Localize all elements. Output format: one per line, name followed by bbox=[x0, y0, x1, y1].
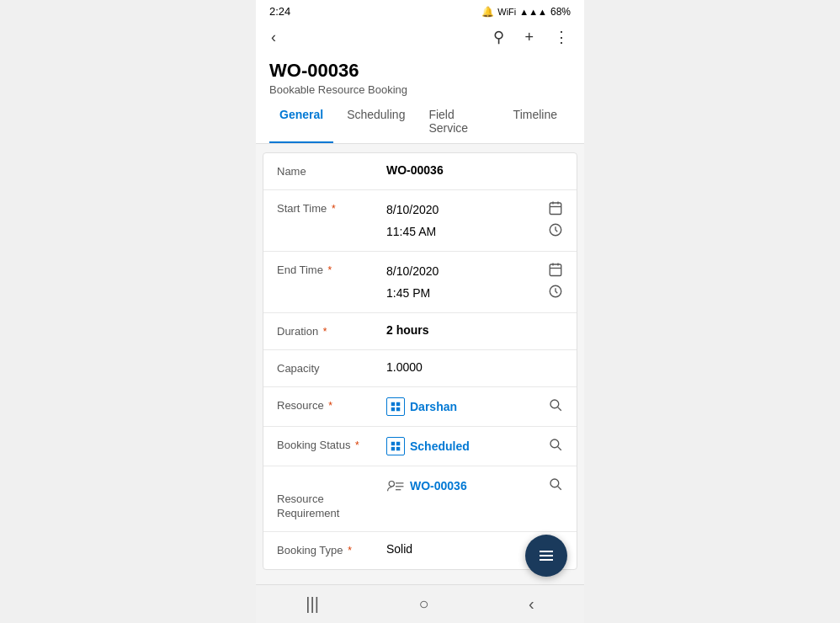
booking-type-required: * bbox=[348, 545, 352, 556]
signal-icon: ▲▲▲ bbox=[519, 7, 547, 17]
time-display: 2:24 bbox=[269, 5, 290, 18]
booking-status-label: Booking Status * bbox=[277, 437, 386, 453]
tab-field-service[interactable]: Field Service bbox=[418, 101, 499, 143]
end-time-value: 1:45 PM bbox=[386, 286, 430, 300]
resource-req-value[interactable]: WO-00036 bbox=[410, 479, 467, 493]
resource-req-entity-icon bbox=[386, 477, 405, 495]
bottom-nav-home-icon[interactable]: ○ bbox=[401, 588, 445, 620]
form-content: Name WO-00036 Start Time * 8/10/2020 bbox=[256, 144, 584, 584]
svg-rect-10 bbox=[391, 402, 395, 406]
resource-required: * bbox=[328, 400, 332, 412]
fab-button[interactable] bbox=[525, 535, 567, 577]
wifi-icon: WiFi bbox=[497, 7, 516, 17]
resource-req-value-inner: WO-00036 bbox=[386, 477, 467, 495]
resource-field-row: Resource * Darshan bbox=[263, 387, 577, 427]
resource-value-wrapper: Darshan bbox=[386, 397, 563, 416]
nav-actions: ⚲ + ⋮ bbox=[490, 24, 572, 50]
booking-type-label: Booking Type * bbox=[277, 542, 386, 558]
end-time-label: End Time * bbox=[277, 262, 386, 278]
duration-value: 2 hours bbox=[386, 323, 563, 337]
svg-rect-12 bbox=[391, 407, 395, 411]
resource-req-label: Resource Requirement bbox=[277, 477, 386, 521]
booking-status-entity-icon bbox=[386, 437, 405, 455]
resource-value-inner: Darshan bbox=[386, 397, 457, 416]
name-label: Name bbox=[277, 163, 386, 179]
end-date-row: 8/10/2020 bbox=[386, 262, 563, 280]
start-date-row: 8/10/2020 bbox=[386, 200, 563, 219]
svg-rect-16 bbox=[391, 442, 395, 445]
form-card: Name WO-00036 Start Time * 8/10/2020 bbox=[263, 152, 577, 570]
resource-req-field-row: Resource Requirement bbox=[263, 466, 577, 532]
svg-line-15 bbox=[558, 407, 561, 411]
record-title: WO-00036 bbox=[269, 60, 571, 82]
end-time-row: 1:45 PM bbox=[386, 284, 563, 302]
search-button[interactable]: ⚲ bbox=[490, 24, 508, 50]
tab-scheduling[interactable]: Scheduling bbox=[337, 101, 415, 143]
end-date-calendar-icon[interactable] bbox=[548, 262, 563, 280]
resource-value[interactable]: Darshan bbox=[410, 400, 457, 413]
back-button[interactable]: ‹ bbox=[268, 25, 279, 50]
status-bar: 2:24 🔔 WiFi ▲▲▲ 68% bbox=[256, 0, 584, 21]
start-time-clock-icon[interactable] bbox=[548, 222, 563, 241]
svg-line-21 bbox=[558, 447, 561, 450]
tabs-container: General Scheduling Field Service Timelin… bbox=[256, 101, 584, 144]
more-button[interactable]: ⋮ bbox=[550, 24, 572, 50]
svg-point-20 bbox=[550, 439, 559, 448]
resource-search-icon[interactable] bbox=[548, 397, 563, 416]
start-time-field-row: Start Time * 8/10/2020 bbox=[263, 190, 577, 252]
end-time-clock-icon[interactable] bbox=[548, 284, 563, 302]
name-value: WO-00036 bbox=[386, 163, 563, 177]
resource-entity-icon bbox=[386, 397, 405, 416]
start-time-row: 11:45 AM bbox=[386, 222, 563, 241]
top-nav: ‹ ⚲ + ⋮ bbox=[256, 21, 584, 56]
capacity-field-row: Capacity 1.0000 bbox=[263, 350, 577, 387]
alarm-icon: 🔔 bbox=[481, 6, 494, 18]
svg-rect-18 bbox=[391, 447, 395, 450]
record-subtitle: Bookable Resource Booking bbox=[269, 83, 571, 96]
booking-status-required: * bbox=[355, 439, 359, 451]
capacity-label: Capacity bbox=[277, 360, 386, 376]
start-date-calendar-icon[interactable] bbox=[548, 200, 563, 219]
battery-display: 68% bbox=[550, 6, 571, 18]
svg-rect-19 bbox=[396, 447, 400, 450]
end-time-required: * bbox=[328, 264, 332, 276]
duration-required: * bbox=[323, 326, 327, 338]
resource-req-search-icon[interactable] bbox=[548, 477, 563, 495]
booking-status-value-inner: Scheduled bbox=[386, 437, 470, 455]
start-date-value: 8/10/2020 bbox=[386, 203, 439, 216]
end-time-field-row: End Time * 8/10/2020 bbox=[263, 252, 577, 313]
start-time-values: 8/10/2020 11:45 AM bbox=[386, 200, 563, 241]
svg-rect-5 bbox=[550, 264, 561, 276]
start-time-value: 11:45 AM bbox=[386, 225, 436, 238]
bottom-nav-menu-icon[interactable]: ||| bbox=[289, 588, 336, 620]
start-time-label: Start Time * bbox=[277, 200, 386, 216]
title-section: WO-00036 Bookable Resource Booking bbox=[256, 56, 584, 96]
phone-frame: 2:24 🔔 WiFi ▲▲▲ 68% ‹ ⚲ + ⋮ WO-00036 Boo… bbox=[256, 0, 584, 623]
name-field-row: Name WO-00036 bbox=[263, 153, 577, 190]
end-time-values: 8/10/2020 1:45 PM bbox=[386, 262, 563, 302]
booking-status-field-row: Booking Status * Scheduled bbox=[263, 427, 577, 466]
duration-label: Duration * bbox=[277, 323, 386, 339]
booking-status-search-icon[interactable] bbox=[548, 437, 563, 455]
tab-general[interactable]: General bbox=[269, 101, 333, 143]
svg-point-14 bbox=[550, 400, 559, 408]
capacity-value: 1.0000 bbox=[386, 360, 563, 374]
svg-point-22 bbox=[389, 482, 394, 487]
bottom-nav-back-icon[interactable]: ‹ bbox=[512, 588, 551, 620]
add-button[interactable]: + bbox=[521, 25, 537, 50]
tab-timeline[interactable]: Timeline bbox=[503, 101, 567, 143]
resource-label: Resource * bbox=[277, 397, 386, 413]
svg-line-27 bbox=[558, 487, 561, 490]
svg-point-26 bbox=[550, 479, 559, 487]
svg-rect-0 bbox=[550, 203, 561, 215]
booking-status-value-wrapper: Scheduled bbox=[386, 437, 563, 455]
booking-status-value[interactable]: Scheduled bbox=[410, 439, 470, 453]
bottom-nav: ||| ○ ‹ bbox=[256, 584, 584, 623]
svg-rect-17 bbox=[396, 442, 400, 445]
start-time-required: * bbox=[332, 203, 336, 215]
duration-field-row: Duration * 2 hours bbox=[263, 313, 577, 350]
svg-rect-13 bbox=[396, 407, 400, 411]
end-date-value: 8/10/2020 bbox=[386, 264, 439, 278]
resource-req-value-wrapper: WO-00036 bbox=[386, 477, 563, 495]
status-icons: 🔔 WiFi ▲▲▲ 68% bbox=[481, 6, 571, 18]
